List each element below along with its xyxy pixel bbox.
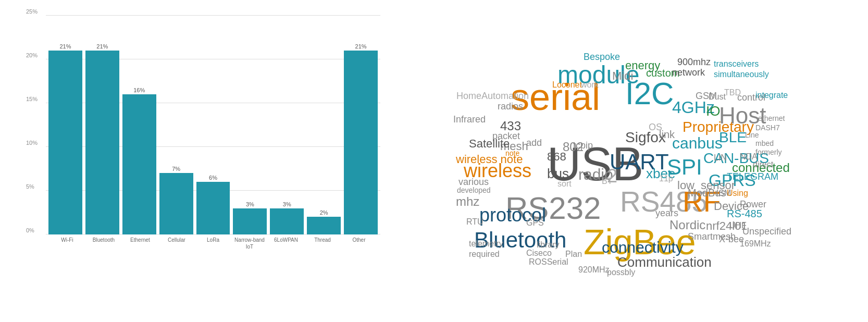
x-label: Ethernet: [124, 237, 156, 250]
word-cloud-item: GPS: [526, 219, 544, 227]
bar: [85, 51, 119, 234]
word-cloud-item: library: [537, 241, 560, 249]
word-cloud-item: Midi: [612, 70, 633, 82]
word-cloud-panel: serialUSBI2CZigBeeRS232RS485RFBluetoothS…: [396, 0, 868, 322]
word-cloud-item: 920MHz: [578, 266, 610, 274]
word-cloud-item: HomeAutomation: [456, 91, 529, 101]
gridline-label: 15%: [26, 96, 38, 102]
word-cloud-item: network: [672, 68, 705, 77]
bar-group: 6%: [196, 16, 230, 234]
word-cloud-item: LIN: [714, 154, 727, 162]
word-cloud-item: Loconet: [552, 81, 582, 89]
bar-value: 7%: [172, 166, 180, 172]
word-cloud-item: TELEGRAM: [727, 172, 778, 181]
word-cloud-item: bus: [547, 167, 569, 180]
bar-group: 2%: [307, 16, 341, 234]
chart-area: 0%5%10%15%20%25%21%21%16%7%6%3%3%2%21% W…: [21, 16, 380, 312]
word-cloud-item: 868: [547, 151, 566, 163]
word-cloud-item: possbly: [607, 268, 635, 277]
x-labels: Wi-FiBluetoothEthernetCellularLoRaNarrow…: [46, 237, 380, 250]
gridline-label: 5%: [26, 183, 34, 190]
word-cloud-item: connectivity: [602, 240, 684, 255]
word-cloud-item: add: [526, 138, 542, 147]
chart-wrapper: 0%5%10%15%20%25%21%21%16%7%6%3%3%2%21% W…: [25, 16, 380, 312]
x-label: Other: [343, 237, 375, 250]
bar-value: 3%: [246, 201, 254, 207]
bar-value: 21%: [96, 43, 108, 49]
word-cloud-item: integrate: [755, 91, 788, 100]
bar-group: 3%: [270, 16, 304, 234]
word-cloud-item: BLE: [719, 130, 747, 145]
bar-value: 6%: [209, 175, 217, 181]
bar-group: 7%: [159, 16, 193, 234]
bar-value: 21%: [59, 43, 71, 49]
word-cloud-item: sort: [557, 180, 572, 188]
word-cloud-item: mhz: [456, 195, 479, 208]
gridline-label: 0%: [26, 227, 34, 233]
word-cloud: serialUSBI2CZigBeeRS232RS485RFBluetoothS…: [396, 0, 868, 322]
word-cloud-item: Nordic: [669, 219, 705, 231]
x-label: Bluetooth: [88, 237, 120, 250]
word-cloud-item: tcpip: [573, 141, 593, 150]
bar: [122, 94, 156, 234]
x-label: Wi-Fi: [51, 237, 83, 250]
word-cloud-item: BT: [602, 177, 612, 185]
word-cloud-item: 11p: [659, 175, 673, 183]
bar: [159, 173, 193, 234]
bar: [344, 51, 378, 234]
word-cloud-item: canbus: [672, 135, 723, 151]
word-cloud-item: transceivers: [714, 60, 759, 68]
x-label: LoRa: [197, 237, 229, 250]
word-cloud-item: telemetry: [469, 240, 503, 248]
word-cloud-item: Plan: [565, 250, 582, 258]
chart-panel: 0%5%10%15%20%25%21%21%16%7%6%3%3%2%21% W…: [0, 0, 396, 322]
x-label: Narrow-band IoT: [233, 237, 266, 250]
word-cloud-item: Ciseco: [526, 249, 552, 257]
word-cloud-item: radios: [498, 102, 523, 111]
x-label: 6LoWPAN: [270, 237, 302, 250]
word-cloud-item: ROSSerial: [529, 258, 568, 266]
bar: [48, 51, 82, 234]
word-cloud-item: Unspecified: [742, 227, 791, 236]
word-cloud-item: link: [659, 129, 675, 140]
word-cloud-item: IO: [706, 104, 720, 118]
bar-value: 16%: [133, 87, 145, 93]
word-cloud-item: DASH7: [755, 124, 780, 131]
bar-group: 3%: [233, 16, 267, 234]
word-cloud-item: Bespoke: [584, 52, 620, 61]
bar: [307, 217, 341, 234]
bar-group: 21%: [85, 16, 119, 234]
word-cloud-item: Satellite: [469, 138, 510, 150]
bar: [233, 208, 267, 234]
bar-value: 2%: [320, 209, 328, 216]
word-cloud-item: required: [469, 250, 500, 258]
word-cloud-item: RTU: [466, 218, 483, 226]
word-cloud-item: work: [581, 81, 599, 89]
gridline-label: 25%: [26, 8, 38, 15]
word-cloud-item: developed: [457, 187, 491, 194]
gridline-label: 20%: [26, 52, 38, 58]
bars-row: 21%21%16%7%6%3%3%2%21%: [46, 16, 380, 234]
chart-with-grid: 0%5%10%15%20%25%21%21%16%7%6%3%3%2%21%: [46, 16, 380, 234]
word-cloud-item: Using: [727, 189, 748, 197]
word-cloud-item: simultaneously: [714, 70, 769, 79]
bar-group: 16%: [122, 16, 156, 234]
bar: [196, 182, 230, 234]
word-cloud-item: RS-485: [727, 208, 762, 219]
word-cloud-item: direct: [753, 160, 773, 169]
x-label: Thread: [306, 237, 339, 250]
x-label: Cellular: [160, 237, 193, 250]
word-cloud-item: wireless note: [456, 154, 523, 165]
word-cloud-item: years: [655, 208, 678, 218]
word-cloud-item: 169MHz: [740, 240, 771, 248]
word-cloud-item: Dust: [709, 93, 726, 101]
bar: [270, 208, 304, 234]
bar-group: 21%: [344, 16, 378, 234]
gridline-label: 10%: [26, 140, 38, 146]
word-cloud-item: ethernet: [758, 115, 785, 122]
word-cloud-item: Communication: [617, 255, 712, 269]
bar-group: 21%: [48, 16, 82, 234]
word-cloud-item: 900mhz: [677, 57, 711, 67]
bar-value: 21%: [355, 43, 367, 49]
word-cloud-item: Infrared: [453, 115, 486, 124]
